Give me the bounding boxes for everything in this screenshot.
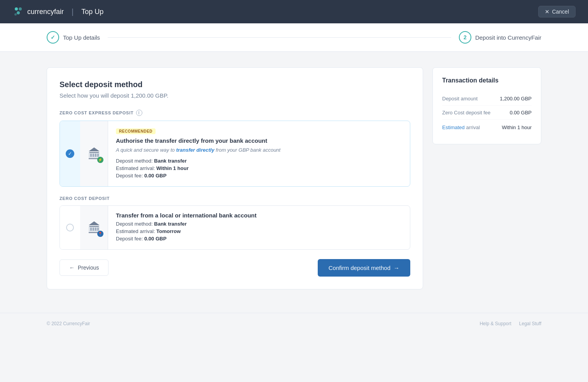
step-2-number: 2 — [464, 34, 467, 40]
footer-links: Help & Support Legal Stuff — [480, 321, 541, 326]
legal-stuff-link[interactable]: Legal Stuff — [519, 321, 541, 326]
option-1-fee: Deposit fee: 0.00 GBP — [116, 173, 402, 179]
tx-row-deposit-amount: Deposit amount 1,200.00 GBP — [442, 92, 532, 106]
option-1-method-label: Deposit method: — [116, 158, 154, 164]
option-2-fee-label: Deposit fee: — [116, 236, 144, 242]
transaction-title: Transaction details — [442, 77, 532, 84]
step-1-circle: ✓ — [47, 31, 59, 44]
right-panel: Transaction details Deposit amount 1,200… — [432, 67, 541, 144]
svg-rect-6 — [90, 154, 92, 157]
tx-fee-label: Zero Cost deposit fee — [442, 110, 490, 116]
zero-cost-label: ZERO COST DEPOSIT — [60, 196, 410, 201]
option-2-method: Deposit method: Bank transfer — [116, 221, 402, 227]
svg-rect-13 — [89, 226, 99, 227]
step-1: ✓ Top Up details — [47, 31, 100, 44]
option-2-method-value: Bank transfer — [154, 221, 187, 227]
confirm-button[interactable]: Confirm deposit method → — [318, 259, 410, 277]
info-icon[interactable]: i — [136, 110, 142, 116]
estimated-link[interactable]: Estimated — [442, 124, 465, 130]
svg-rect-5 — [89, 152, 99, 153]
logo: currencyfair — [12, 6, 64, 18]
option-1-arrival-label: Estimated arrival: — [116, 165, 156, 171]
option-2-arrival-value: Tomorrow — [156, 228, 181, 234]
cancel-button[interactable]: ✕ Cancel — [538, 6, 576, 18]
svg-rect-14 — [90, 228, 92, 231]
logo-icon — [12, 6, 24, 18]
option-1-card[interactable]: ✓ ⚡ RECOMM — [60, 121, 410, 187]
option-2-fee: Deposit fee: 0.00 GBP — [116, 236, 402, 242]
svg-point-3 — [14, 13, 17, 16]
step-2-circle: 2 — [459, 31, 471, 44]
panel-subtitle: Select how you will deposit 1,200.00 GBP… — [60, 92, 410, 99]
recommended-badge: RECOMMENDED — [116, 128, 156, 134]
svg-rect-17 — [97, 228, 99, 231]
cancel-label: Cancel — [552, 9, 569, 15]
progress-steps: ✓ Top Up details 2 Deposit into Currency… — [47, 23, 541, 51]
option-1-method-value: Bank transfer — [154, 158, 187, 164]
confirm-label: Confirm deposit method — [329, 265, 390, 271]
option-1-title: Authorise the transfer directly from you… — [116, 137, 402, 144]
option-2-method-label: Deposit method: — [116, 221, 154, 227]
zero-cost-express-label: ZERO COST EXPRESS DEPOSIT i — [60, 110, 410, 116]
main-content: Select deposit method Select how you wil… — [0, 52, 588, 305]
bank-icon-2: 📍 — [86, 220, 102, 235]
bank-icon-1: ⚡ — [86, 146, 102, 161]
checkmark-icon: ✓ — [51, 34, 55, 40]
tx-arrival-label: Estimated arrival — [442, 124, 480, 131]
arrow-left-icon: ← — [69, 265, 75, 271]
option-1-check: ✓ — [66, 149, 74, 158]
svg-point-1 — [19, 7, 22, 11]
option-2-radio — [66, 224, 74, 231]
option-1-fee-value: 0.00 GBP — [144, 173, 166, 179]
tx-row-arrival: Estimated arrival Within 1 hour — [442, 120, 532, 135]
option-1-arrival-value: Within 1 hour — [156, 165, 189, 171]
tx-deposit-value: 1,200.00 GBP — [500, 96, 532, 102]
option-1-fee-label: Deposit fee: — [116, 173, 144, 179]
svg-rect-16 — [95, 228, 96, 231]
option-1-arrival: Estimated arrival: Within 1 hour — [116, 165, 402, 171]
progress-section: ✓ Top Up details 2 Deposit into Currency… — [0, 23, 588, 52]
svg-rect-7 — [93, 154, 94, 157]
option-2-selector[interactable] — [60, 206, 80, 249]
header-divider: | — [72, 7, 74, 16]
option-1-selector[interactable]: ✓ — [60, 121, 80, 186]
tx-row-fee: Zero Cost deposit fee 0.00 GBP — [442, 106, 532, 120]
option-2-icon: 📍 — [80, 206, 108, 249]
svg-marker-10 — [89, 147, 100, 151]
option-1-content: RECOMMENDED Authorise the transfer direc… — [108, 121, 410, 186]
cancel-x-icon: ✕ — [545, 9, 550, 15]
previous-button[interactable]: ← Previous — [60, 259, 108, 276]
step-connector — [108, 37, 451, 38]
header-title: Top Up — [81, 8, 103, 16]
arrow-right-icon: → — [394, 265, 399, 271]
svg-rect-15 — [93, 228, 94, 231]
action-buttons: ← Previous Confirm deposit method → — [60, 259, 410, 277]
step-1-label: Top Up details — [63, 34, 100, 41]
pin-badge: 📍 — [97, 231, 103, 237]
option-1-desc-highlight: transfer directly — [176, 147, 214, 153]
help-support-link[interactable]: Help & Support — [480, 321, 511, 326]
footer: © 2022 CurrencyFair Help & Support Legal… — [0, 313, 588, 334]
tx-fee-value: 0.00 GBP — [510, 110, 532, 116]
left-panel: Select deposit method Select how you wil… — [47, 67, 423, 289]
logo-text: currencyfair — [27, 8, 64, 16]
svg-point-2 — [17, 11, 20, 14]
svg-rect-9 — [97, 154, 99, 157]
option-2-title: Transfer from a local or international b… — [116, 212, 402, 219]
option-2-content: Transfer from a local or international b… — [108, 206, 410, 249]
option-2-card[interactable]: 📍 Transfer from a local or international… — [60, 205, 410, 250]
option-1-method: Deposit method: Bank transfer — [116, 158, 402, 164]
lightning-badge: ⚡ — [97, 157, 103, 163]
panel-title: Select deposit method — [60, 80, 410, 89]
step-2: 2 Deposit into CurrencyFair — [459, 31, 541, 44]
step-2-label: Deposit into CurrencyFair — [475, 34, 541, 41]
svg-marker-18 — [89, 221, 100, 225]
tx-deposit-label: Deposit amount — [442, 96, 478, 102]
option-2-fee-value: 0.00 GBP — [144, 236, 166, 242]
previous-label: Previous — [78, 265, 99, 271]
option-2-arrival-label: Estimated arrival: — [116, 228, 156, 234]
header: currencyfair | Top Up ✕ Cancel — [0, 0, 588, 23]
option-1-desc-plain: A quick and secure way to — [116, 147, 176, 153]
option-2-arrival: Estimated arrival: Tomorrow — [116, 228, 402, 234]
tx-arrival-value: Within 1 hour — [502, 124, 532, 130]
